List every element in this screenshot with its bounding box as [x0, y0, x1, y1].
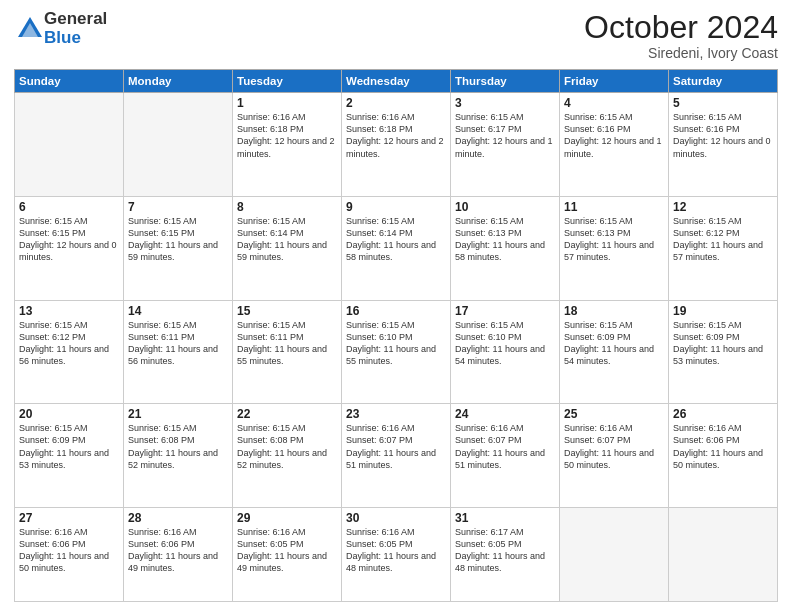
calendar-cell — [124, 93, 233, 197]
title-block: October 2024 Siredeni, Ivory Coast — [584, 10, 778, 61]
day-info: Sunrise: 6:15 AM Sunset: 6:09 PM Dayligh… — [19, 422, 119, 471]
day-number: 31 — [455, 511, 555, 525]
calendar-cell: 17Sunrise: 6:15 AM Sunset: 6:10 PM Dayli… — [451, 300, 560, 404]
calendar-cell: 14Sunrise: 6:15 AM Sunset: 6:11 PM Dayli… — [124, 300, 233, 404]
day-number: 13 — [19, 304, 119, 318]
calendar-cell: 12Sunrise: 6:15 AM Sunset: 6:12 PM Dayli… — [669, 196, 778, 300]
weekday-friday: Friday — [560, 70, 669, 93]
day-info: Sunrise: 6:15 AM Sunset: 6:08 PM Dayligh… — [128, 422, 228, 471]
day-info: Sunrise: 6:15 AM Sunset: 6:14 PM Dayligh… — [346, 215, 446, 264]
day-info: Sunrise: 6:16 AM Sunset: 6:07 PM Dayligh… — [346, 422, 446, 471]
day-info: Sunrise: 6:16 AM Sunset: 6:05 PM Dayligh… — [237, 526, 337, 575]
calendar-cell: 5Sunrise: 6:15 AM Sunset: 6:16 PM Daylig… — [669, 93, 778, 197]
calendar-cell: 25Sunrise: 6:16 AM Sunset: 6:07 PM Dayli… — [560, 404, 669, 508]
day-info: Sunrise: 6:16 AM Sunset: 6:06 PM Dayligh… — [128, 526, 228, 575]
day-info: Sunrise: 6:17 AM Sunset: 6:05 PM Dayligh… — [455, 526, 555, 575]
day-info: Sunrise: 6:15 AM Sunset: 6:13 PM Dayligh… — [455, 215, 555, 264]
calendar-cell: 26Sunrise: 6:16 AM Sunset: 6:06 PM Dayli… — [669, 404, 778, 508]
day-number: 5 — [673, 96, 773, 110]
day-number: 28 — [128, 511, 228, 525]
day-info: Sunrise: 6:16 AM Sunset: 6:18 PM Dayligh… — [346, 111, 446, 160]
day-info: Sunrise: 6:16 AM Sunset: 6:06 PM Dayligh… — [19, 526, 119, 575]
day-number: 29 — [237, 511, 337, 525]
day-number: 21 — [128, 407, 228, 421]
day-number: 4 — [564, 96, 664, 110]
calendar-cell: 23Sunrise: 6:16 AM Sunset: 6:07 PM Dayli… — [342, 404, 451, 508]
day-number: 27 — [19, 511, 119, 525]
calendar-cell: 3Sunrise: 6:15 AM Sunset: 6:17 PM Daylig… — [451, 93, 560, 197]
day-info: Sunrise: 6:16 AM Sunset: 6:07 PM Dayligh… — [455, 422, 555, 471]
day-number: 2 — [346, 96, 446, 110]
weekday-header-row: SundayMondayTuesdayWednesdayThursdayFrid… — [15, 70, 778, 93]
day-number: 10 — [455, 200, 555, 214]
day-info: Sunrise: 6:15 AM Sunset: 6:11 PM Dayligh… — [128, 319, 228, 368]
day-info: Sunrise: 6:15 AM Sunset: 6:13 PM Dayligh… — [564, 215, 664, 264]
calendar-cell: 4Sunrise: 6:15 AM Sunset: 6:16 PM Daylig… — [560, 93, 669, 197]
week-row-1: 1Sunrise: 6:16 AM Sunset: 6:18 PM Daylig… — [15, 93, 778, 197]
day-info: Sunrise: 6:16 AM Sunset: 6:06 PM Dayligh… — [673, 422, 773, 471]
calendar-cell: 29Sunrise: 6:16 AM Sunset: 6:05 PM Dayli… — [233, 507, 342, 601]
day-number: 22 — [237, 407, 337, 421]
calendar-cell: 16Sunrise: 6:15 AM Sunset: 6:10 PM Dayli… — [342, 300, 451, 404]
calendar-cell — [15, 93, 124, 197]
day-number: 3 — [455, 96, 555, 110]
calendar-cell: 18Sunrise: 6:15 AM Sunset: 6:09 PM Dayli… — [560, 300, 669, 404]
day-number: 30 — [346, 511, 446, 525]
day-info: Sunrise: 6:15 AM Sunset: 6:17 PM Dayligh… — [455, 111, 555, 160]
day-number: 6 — [19, 200, 119, 214]
week-row-2: 6Sunrise: 6:15 AM Sunset: 6:15 PM Daylig… — [15, 196, 778, 300]
day-number: 17 — [455, 304, 555, 318]
week-row-5: 27Sunrise: 6:16 AM Sunset: 6:06 PM Dayli… — [15, 507, 778, 601]
calendar-cell — [669, 507, 778, 601]
logo-general: General — [44, 10, 107, 29]
day-number: 12 — [673, 200, 773, 214]
logo-blue: Blue — [44, 29, 107, 48]
day-number: 20 — [19, 407, 119, 421]
calendar-cell: 24Sunrise: 6:16 AM Sunset: 6:07 PM Dayli… — [451, 404, 560, 508]
day-info: Sunrise: 6:15 AM Sunset: 6:16 PM Dayligh… — [564, 111, 664, 160]
day-info: Sunrise: 6:16 AM Sunset: 6:18 PM Dayligh… — [237, 111, 337, 160]
day-info: Sunrise: 6:15 AM Sunset: 6:10 PM Dayligh… — [455, 319, 555, 368]
calendar-cell: 20Sunrise: 6:15 AM Sunset: 6:09 PM Dayli… — [15, 404, 124, 508]
day-info: Sunrise: 6:15 AM Sunset: 6:09 PM Dayligh… — [673, 319, 773, 368]
weekday-sunday: Sunday — [15, 70, 124, 93]
day-info: Sunrise: 6:15 AM Sunset: 6:15 PM Dayligh… — [19, 215, 119, 264]
day-number: 26 — [673, 407, 773, 421]
day-number: 14 — [128, 304, 228, 318]
calendar-cell: 7Sunrise: 6:15 AM Sunset: 6:15 PM Daylig… — [124, 196, 233, 300]
calendar-cell: 8Sunrise: 6:15 AM Sunset: 6:14 PM Daylig… — [233, 196, 342, 300]
day-number: 18 — [564, 304, 664, 318]
day-info: Sunrise: 6:15 AM Sunset: 6:08 PM Dayligh… — [237, 422, 337, 471]
weekday-thursday: Thursday — [451, 70, 560, 93]
weekday-wednesday: Wednesday — [342, 70, 451, 93]
day-info: Sunrise: 6:15 AM Sunset: 6:09 PM Dayligh… — [564, 319, 664, 368]
calendar-cell: 28Sunrise: 6:16 AM Sunset: 6:06 PM Dayli… — [124, 507, 233, 601]
calendar-cell: 31Sunrise: 6:17 AM Sunset: 6:05 PM Dayli… — [451, 507, 560, 601]
calendar-cell: 9Sunrise: 6:15 AM Sunset: 6:14 PM Daylig… — [342, 196, 451, 300]
location: Siredeni, Ivory Coast — [584, 45, 778, 61]
weekday-saturday: Saturday — [669, 70, 778, 93]
calendar: SundayMondayTuesdayWednesdayThursdayFrid… — [14, 69, 778, 602]
day-info: Sunrise: 6:16 AM Sunset: 6:07 PM Dayligh… — [564, 422, 664, 471]
calendar-cell: 15Sunrise: 6:15 AM Sunset: 6:11 PM Dayli… — [233, 300, 342, 404]
day-number: 1 — [237, 96, 337, 110]
day-info: Sunrise: 6:15 AM Sunset: 6:16 PM Dayligh… — [673, 111, 773, 160]
day-number: 9 — [346, 200, 446, 214]
calendar-cell: 13Sunrise: 6:15 AM Sunset: 6:12 PM Dayli… — [15, 300, 124, 404]
day-info: Sunrise: 6:15 AM Sunset: 6:10 PM Dayligh… — [346, 319, 446, 368]
page: General Blue October 2024 Siredeni, Ivor… — [0, 0, 792, 612]
calendar-cell: 27Sunrise: 6:16 AM Sunset: 6:06 PM Dayli… — [15, 507, 124, 601]
day-info: Sunrise: 6:15 AM Sunset: 6:15 PM Dayligh… — [128, 215, 228, 264]
day-info: Sunrise: 6:15 AM Sunset: 6:12 PM Dayligh… — [673, 215, 773, 264]
day-number: 25 — [564, 407, 664, 421]
calendar-cell: 10Sunrise: 6:15 AM Sunset: 6:13 PM Dayli… — [451, 196, 560, 300]
logo: General Blue — [14, 10, 107, 47]
calendar-cell: 1Sunrise: 6:16 AM Sunset: 6:18 PM Daylig… — [233, 93, 342, 197]
calendar-cell: 22Sunrise: 6:15 AM Sunset: 6:08 PM Dayli… — [233, 404, 342, 508]
calendar-cell: 2Sunrise: 6:16 AM Sunset: 6:18 PM Daylig… — [342, 93, 451, 197]
week-row-4: 20Sunrise: 6:15 AM Sunset: 6:09 PM Dayli… — [15, 404, 778, 508]
day-info: Sunrise: 6:15 AM Sunset: 6:11 PM Dayligh… — [237, 319, 337, 368]
logo-text: General Blue — [44, 10, 107, 47]
weekday-monday: Monday — [124, 70, 233, 93]
calendar-cell: 19Sunrise: 6:15 AM Sunset: 6:09 PM Dayli… — [669, 300, 778, 404]
